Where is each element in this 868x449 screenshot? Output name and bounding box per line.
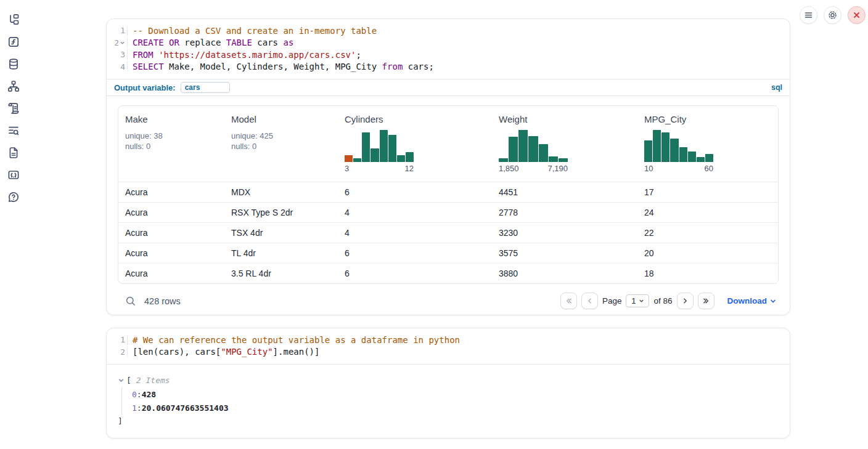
column-stats: unique: 425nulls: 0 — [231, 131, 334, 152]
scroll-icon — [7, 102, 20, 115]
column-name[interactable]: Model — [231, 114, 334, 124]
language-badge: sql — [771, 83, 782, 92]
histogram-axis-labels: 1,8507,190 — [499, 164, 568, 173]
histogram-axis-labels: 312 — [345, 164, 414, 173]
help-bubble-icon — [7, 191, 20, 203]
python-code-editor[interactable]: 1# We can reference the output variable … — [107, 328, 790, 364]
page-number-select[interactable]: 1 — [626, 294, 649, 307]
column-histogram — [345, 130, 414, 162]
table-row[interactable]: Acura3.5 RL 4dr6388018 — [118, 263, 778, 283]
sidebar-item-help[interactable] — [7, 191, 20, 203]
code-text: -- Download a CSV and create an in-memor… — [127, 26, 790, 36]
database-icon — [7, 58, 20, 70]
histogram-bar — [670, 139, 678, 162]
close-icon — [853, 11, 861, 19]
tree-collapse-toggle[interactable] — [118, 377, 126, 384]
table-row[interactable]: AcuraRSX Type S 2dr4277824 — [118, 202, 778, 222]
tree-close-bracket: ] — [118, 416, 790, 426]
column-histogram — [499, 130, 568, 162]
column-header: Makeunique: 38nulls: 0 — [118, 106, 224, 182]
histogram-bar — [679, 147, 687, 162]
line-gutter: 3 — [107, 50, 127, 59]
table-card: Makeunique: 38nulls: 0Modelunique: 425nu… — [118, 105, 779, 284]
sidebar-item-data-sources[interactable] — [7, 58, 20, 70]
histogram-bar — [371, 148, 379, 162]
histogram-bar — [697, 157, 705, 162]
network-icon — [7, 80, 20, 92]
table-row[interactable]: AcuraTL 4dr6357520 — [118, 243, 778, 263]
histogram-bar — [705, 154, 713, 162]
sidebar-item-documentation[interactable] — [7, 147, 20, 159]
table-cell: 22 — [637, 222, 778, 243]
sidebar-item-table-of-contents[interactable] — [7, 124, 20, 137]
tree-entry: 0: 428 — [132, 387, 790, 402]
search-icon[interactable] — [125, 296, 136, 307]
sidebar-item-file-explorer[interactable] — [7, 14, 20, 26]
line-number: 3 — [120, 50, 125, 59]
table-cell: 20 — [637, 243, 778, 263]
menu-button[interactable] — [800, 6, 817, 24]
download-button[interactable]: Download — [727, 296, 777, 305]
line-number: 1 — [120, 335, 125, 344]
sql-code-editor[interactable]: 1-- Download a CSV and create an in-memo… — [107, 19, 790, 79]
last-page-button[interactable] — [698, 293, 714, 309]
column-name[interactable]: Weight — [499, 114, 634, 124]
sidebar-item-logs[interactable] — [7, 102, 20, 115]
code-line[interactable]: 1# We can reference the output variable … — [107, 334, 790, 346]
column-histogram — [644, 130, 713, 162]
histogram-axis-labels: 1060 — [644, 164, 713, 173]
column-name[interactable]: Cylinders — [345, 114, 488, 124]
sidebar — [0, 14, 27, 203]
histogram-bar — [397, 155, 405, 162]
table-cell: 3575 — [492, 243, 637, 263]
histogram-bar — [653, 130, 661, 162]
next-page-button[interactable] — [677, 293, 694, 309]
data-table: Makeunique: 38nulls: 0Modelunique: 425nu… — [118, 106, 778, 283]
hamburger-icon — [804, 10, 813, 20]
sidebar-item-variables[interactable] — [7, 36, 20, 48]
column-name[interactable]: Make — [125, 114, 221, 124]
code-line[interactable]: 2[len(cars), cars["MPG_City"].mean()] — [107, 346, 790, 358]
table-cell: Acura — [118, 222, 224, 243]
sidebar-item-snippets[interactable] — [7, 169, 20, 181]
histogram-bar — [406, 152, 414, 162]
code-line[interactable]: 2CREATE OR replace TABLE cars as — [107, 37, 790, 49]
table-footer: 428 rows Page 1 — [118, 284, 779, 309]
chevron-down-icon — [118, 377, 125, 384]
table-cell: 24 — [637, 202, 778, 222]
table-row[interactable]: AcuraTSX 4dr4323022 — [118, 222, 778, 243]
sidebar-item-dependency-graph[interactable] — [7, 80, 20, 92]
code-line[interactable]: 3FROM 'https://datasets.marimo.app/cars.… — [107, 49, 790, 61]
table-cell: 2778 — [492, 202, 637, 222]
output-variable-input[interactable] — [181, 82, 230, 93]
table-cell: Acura — [118, 182, 224, 202]
table-cell: 4 — [338, 202, 492, 222]
python-cell: 1# We can reference the output variable … — [106, 328, 790, 439]
previous-page-button[interactable] — [581, 293, 598, 309]
first-page-button[interactable] — [560, 293, 577, 309]
table-row[interactable]: AcuraMDX6445117 — [118, 182, 778, 202]
page-number-value: 1 — [631, 296, 636, 305]
function-icon — [7, 36, 20, 48]
file-text-icon — [7, 147, 20, 159]
settings-button[interactable] — [824, 6, 841, 24]
histogram-bar — [559, 158, 568, 162]
table-cell: Acura — [118, 263, 224, 283]
line-gutter: 1 — [107, 335, 127, 344]
code-line[interactable]: 1-- Download a CSV and create an in-memo… — [107, 25, 790, 37]
line-number: 1 — [120, 26, 125, 35]
column-header: Modelunique: 425nulls: 0 — [224, 106, 338, 182]
line-gutter: 2 — [107, 38, 127, 47]
line-number: 4 — [120, 62, 125, 71]
table-cell: 18 — [637, 263, 778, 283]
table-cell: TSX 4dr — [224, 222, 338, 243]
shutdown-button[interactable] — [848, 6, 866, 24]
code-line[interactable]: 4SELECT Make, Model, Cylinders, Weight, … — [107, 61, 790, 73]
tree-entry-value: 20.060747663551403 — [142, 403, 229, 413]
table-cell: 3880 — [492, 263, 637, 283]
histogram-bar — [499, 158, 508, 162]
line-gutter: 1 — [107, 26, 127, 35]
column-name[interactable]: MPG_City — [644, 114, 774, 124]
fold-chevron-icon[interactable] — [119, 40, 125, 46]
table-cell: 6 — [338, 263, 492, 283]
